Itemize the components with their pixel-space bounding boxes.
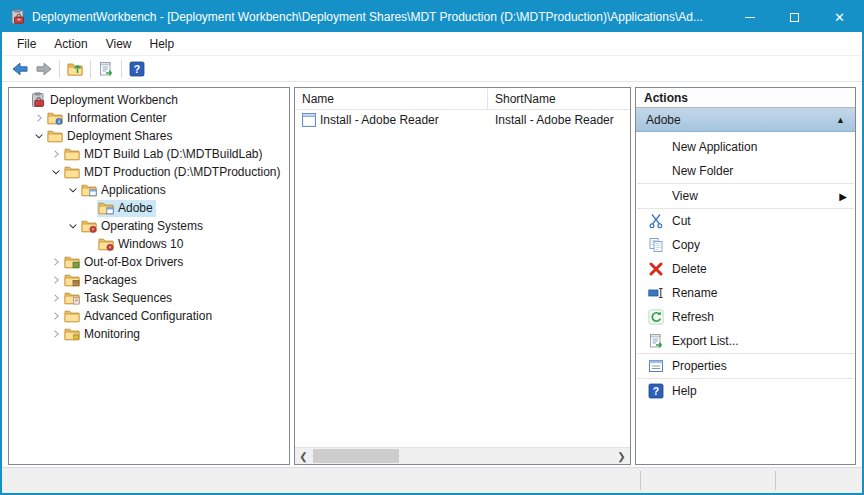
chevron-expanded-icon[interactable] xyxy=(49,165,63,179)
tree-item-applications[interactable]: Applications xyxy=(9,181,289,199)
tree-item-label: Out-of-Box Drivers xyxy=(84,255,183,269)
folder-plain-icon xyxy=(47,129,63,144)
column-header-shortname[interactable]: ShortName xyxy=(488,88,563,109)
tree-item-adobe[interactable]: Adobe xyxy=(9,199,289,217)
chevron-collapsed-icon[interactable] xyxy=(49,327,63,341)
back-button[interactable] xyxy=(8,58,32,80)
chevron-expanded-icon[interactable] xyxy=(66,183,80,197)
action-label: Delete xyxy=(672,262,847,276)
properties-icon xyxy=(648,358,666,374)
actions-pane: Actions Adobe ▲ New ApplicationNew Folde… xyxy=(635,87,856,465)
tree-item-operating-systems[interactable]: Operating Systems xyxy=(9,217,289,235)
action-copy[interactable]: Copy xyxy=(636,233,855,257)
chevron-collapsed-icon[interactable] xyxy=(49,273,63,287)
horizontal-scrollbar[interactable]: ❮ ❯ xyxy=(295,447,630,464)
scroll-right-icon[interactable]: ❯ xyxy=(613,448,630,464)
action-help[interactable]: ?Help xyxy=(636,379,855,403)
toolbar-separator xyxy=(121,60,122,78)
workbench-icon xyxy=(30,93,46,108)
chevron-collapsed-icon[interactable] xyxy=(49,147,63,161)
folder-plain-icon xyxy=(64,165,80,180)
action-cut[interactable]: Cut xyxy=(636,209,855,233)
tree-item-information-center[interactable]: Information Center xyxy=(9,109,289,127)
action-view[interactable]: View▶ xyxy=(636,184,855,208)
export-list-button[interactable] xyxy=(94,58,118,80)
tree-item-label: Deployment Workbench xyxy=(50,93,178,107)
tree-item-label: MDT Production (D:\MDTProduction) xyxy=(84,165,281,179)
list-header: NameShortName xyxy=(295,88,630,110)
title-bar: DeploymentWorkbench - [Deployment Workbe… xyxy=(2,2,862,32)
menu-file[interactable]: File xyxy=(8,34,45,54)
action-label: Copy xyxy=(672,238,847,252)
action-new-folder[interactable]: New Folder xyxy=(636,159,855,183)
scroll-left-icon[interactable]: ❮ xyxy=(295,448,312,464)
help-icon: ? xyxy=(648,383,666,399)
minimize-button[interactable] xyxy=(727,2,772,32)
action-new-application[interactable]: New Application xyxy=(636,135,855,159)
tree-item-mdt-production-d-mdtproduction[interactable]: MDT Production (D:\MDTProduction) xyxy=(9,163,289,181)
maximize-button[interactable] xyxy=(772,2,817,32)
folder-tasks-icon xyxy=(64,291,80,306)
chevron-collapsed-icon[interactable] xyxy=(49,291,63,305)
list-row[interactable]: Install - Adobe ReaderInstall - Adobe Re… xyxy=(295,110,630,129)
statusbar-separator xyxy=(775,471,776,490)
tree-item-deployment-shares[interactable]: Deployment Shares xyxy=(9,127,289,145)
chevron-collapsed-icon[interactable] xyxy=(49,255,63,269)
folder-app-icon xyxy=(81,183,97,198)
tree-item-packages[interactable]: Packages xyxy=(9,271,289,289)
action-label: Export List... xyxy=(672,334,847,348)
action-label: New Application xyxy=(672,140,847,154)
results-pane: NameShortName Install - Adobe ReaderInst… xyxy=(294,87,631,465)
export-icon xyxy=(648,333,666,349)
tree-item-task-sequences[interactable]: Task Sequences xyxy=(9,289,289,307)
tree-item-label: Packages xyxy=(84,273,137,287)
app-window: DeploymentWorkbench - [Deployment Workbe… xyxy=(0,0,864,495)
tree-item-label: Task Sequences xyxy=(84,291,172,305)
menu-help[interactable]: Help xyxy=(141,34,184,54)
action-label: View xyxy=(672,189,839,203)
folder-app-icon xyxy=(98,201,114,216)
tree-item-label: Windows 10 xyxy=(118,237,183,251)
tree-item-monitoring[interactable]: Monitoring xyxy=(9,325,289,343)
tree-item-windows-10[interactable]: Windows 10 xyxy=(9,235,289,253)
tree-item-advanced-configuration[interactable]: Advanced Configuration xyxy=(9,307,289,325)
chevron-expanded-icon[interactable] xyxy=(32,129,46,143)
collapse-group-icon[interactable]: ▲ xyxy=(836,115,845,125)
tree-item-deployment-workbench[interactable]: Deployment Workbench xyxy=(9,91,289,109)
action-label: Cut xyxy=(672,214,847,228)
help-icon: ? xyxy=(129,61,145,77)
delete-icon xyxy=(648,261,666,277)
up-folder-icon xyxy=(66,60,84,78)
maximize-icon xyxy=(790,13,799,22)
help-button[interactable]: ? xyxy=(125,58,149,80)
folder-info-icon xyxy=(47,111,63,126)
up-folder-button[interactable] xyxy=(63,58,87,80)
window-title: DeploymentWorkbench - [Deployment Workbe… xyxy=(32,10,727,24)
actions-group-header-adobe[interactable]: Adobe ▲ xyxy=(636,108,855,132)
actions-group-label: Adobe xyxy=(646,113,836,127)
menu-view[interactable]: View xyxy=(97,34,141,54)
action-rename[interactable]: Rename xyxy=(636,281,855,305)
action-export-list[interactable]: Export List... xyxy=(636,329,855,353)
action-label: Refresh xyxy=(672,310,847,324)
main-area: Deployment WorkbenchInformation CenterDe… xyxy=(2,82,862,467)
chevron-expanded-icon[interactable] xyxy=(66,219,80,233)
close-button[interactable]: ✕ xyxy=(817,2,862,32)
tree-item-out-of-box-drivers[interactable]: Out-of-Box Drivers xyxy=(9,253,289,271)
action-refresh[interactable]: Refresh xyxy=(636,305,855,329)
chevron-collapsed-icon[interactable] xyxy=(32,111,46,125)
menu-action[interactable]: Action xyxy=(45,34,96,54)
forward-button[interactable] xyxy=(32,58,56,80)
scrollbar-thumb[interactable] xyxy=(313,449,399,463)
folder-os-icon xyxy=(98,237,114,252)
toolbar-separator xyxy=(90,60,91,78)
chevron-spacer xyxy=(83,201,97,215)
action-delete[interactable]: Delete xyxy=(636,257,855,281)
tree-item-mdt-build-lab-d-mdtbuildlab[interactable]: MDT Build Lab (D:\MDTBuildLab) xyxy=(9,145,289,163)
toolbar: ? xyxy=(2,56,862,82)
chevron-collapsed-icon[interactable] xyxy=(49,309,63,323)
toolbar-separator xyxy=(59,60,60,78)
app-icon xyxy=(10,9,26,25)
column-header-name[interactable]: Name xyxy=(295,88,488,109)
action-properties[interactable]: Properties xyxy=(636,354,855,378)
